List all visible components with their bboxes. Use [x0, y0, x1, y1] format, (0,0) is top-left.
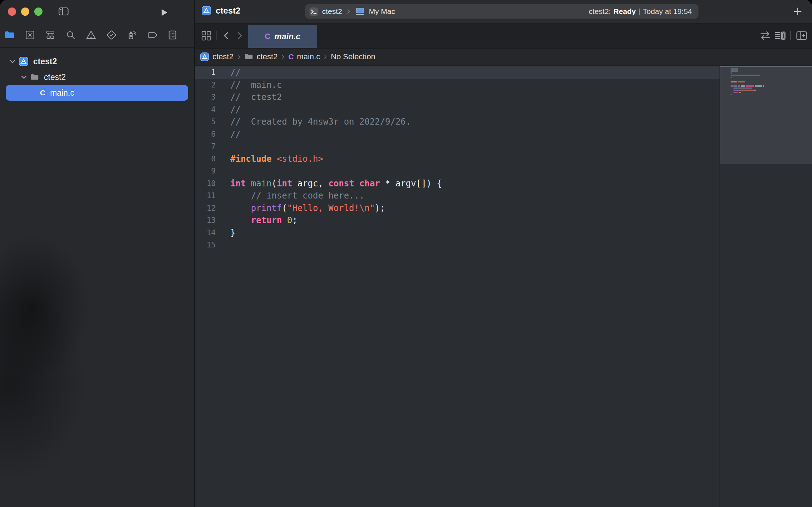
token-comment: //	[230, 67, 241, 77]
minimap-current-line-bar	[720, 66, 812, 67]
close-button[interactable]	[8, 7, 16, 16]
token-keyword: return	[251, 215, 282, 225]
jumpbar-item-3[interactable]: Cmain.c	[288, 52, 320, 61]
token-plain	[354, 179, 359, 189]
jumpbar-item-4[interactable]: No Selection	[331, 52, 375, 61]
code-review-button[interactable]	[758, 29, 772, 42]
minimap-line-segment	[741, 85, 745, 87]
code-text: //	[216, 128, 241, 141]
tab-main-c[interactable]: C main.c	[248, 25, 317, 48]
token-comment: //	[230, 105, 241, 115]
token-keyword: const	[329, 179, 354, 189]
minimap[interactable]	[720, 66, 812, 507]
line-number: 7	[195, 140, 216, 153]
jumpbar-label: No Selection	[331, 52, 375, 61]
token-comment: // Created by 4nsw3r on 2022/9/26.	[230, 117, 411, 127]
c-file-icon: C	[40, 89, 45, 97]
minimap-line-segment	[731, 75, 760, 76]
minimize-button[interactable]	[21, 7, 29, 16]
report-navigator-icon[interactable]	[166, 29, 179, 41]
window-title-group: ctest2	[201, 6, 240, 16]
issue-navigator-icon[interactable]	[85, 29, 97, 41]
zoom-button[interactable]	[34, 7, 42, 16]
chevron-right-icon	[236, 54, 242, 60]
token-string: "Hello, World!\n"	[287, 203, 375, 213]
jumpbar-item-2[interactable]: ctest2	[244, 52, 278, 61]
laptop-icon	[355, 6, 365, 17]
tree-row-label: ctest2	[33, 57, 57, 66]
chevron-down-icon[interactable]	[8, 57, 17, 66]
token-comment: // insert code here...	[230, 191, 365, 201]
code-text: #include <stdio.h>	[216, 153, 323, 165]
jumpbar-item-1[interactable]: ctest2	[200, 52, 234, 61]
window-title: ctest2	[216, 6, 240, 16]
navigator-icon-bar	[0, 23, 194, 48]
sidebar-toggle-icon[interactable]	[56, 6, 71, 17]
tree-row-label: ctest2	[44, 72, 66, 82]
forward-button[interactable]	[234, 30, 245, 41]
token-plain	[282, 215, 287, 225]
tab-label: main.c	[275, 32, 301, 41]
c-file-icon: C	[265, 32, 271, 41]
status-time: Today at 19:54	[643, 7, 692, 16]
back-button[interactable]	[221, 30, 232, 41]
jumpbar-label: main.c	[297, 52, 320, 61]
minimap-line-segment	[731, 70, 738, 72]
chevron-right-icon	[280, 54, 286, 60]
minimap-line-segment	[731, 81, 737, 82]
minimap-line-segment	[739, 90, 755, 91]
activity-status[interactable]: ctest2: Ready | Today at 19:54	[589, 7, 698, 16]
code-text: // ctest2	[216, 91, 282, 104]
code-text: //	[216, 66, 241, 79]
token-plain	[246, 179, 251, 189]
tab-overview-button[interactable]	[200, 30, 212, 42]
scheme-selector[interactable]: ctest2 My Mac	[305, 6, 395, 17]
add-editor-button[interactable]	[795, 29, 808, 42]
line-number: 12	[195, 202, 216, 215]
divider	[790, 31, 791, 40]
line-number: 6	[195, 128, 216, 141]
scheme-target[interactable]: ctest2	[322, 7, 342, 16]
status-divider: |	[638, 7, 640, 16]
token-decl: main	[251, 179, 272, 189]
scheme-destination[interactable]: My Mac	[369, 7, 395, 16]
line-number: 3	[195, 91, 216, 104]
chevron-down-icon[interactable]	[19, 72, 29, 82]
source-control-navigator-icon[interactable]	[24, 29, 36, 41]
project-navigator-icon[interactable]	[3, 29, 16, 41]
terminal-icon	[309, 7, 319, 16]
tree-row-main-c[interactable]: Cmain.c	[6, 85, 188, 101]
xcode-window: ctest2ctest2Cmain.c ctest2 ctest2 My Mac	[0, 0, 812, 507]
token-plain: );	[375, 203, 385, 213]
token-string: <stdio.h>	[277, 154, 323, 164]
find-navigator-icon[interactable]	[64, 29, 77, 41]
line-number: 2	[195, 79, 216, 91]
line-number: 8	[195, 153, 216, 165]
test-navigator-icon[interactable]	[105, 29, 118, 41]
token-number: 0	[287, 215, 292, 225]
token-plain	[230, 215, 251, 225]
minimap-line-segment	[738, 81, 745, 82]
code-editor[interactable]: 1//2// main.c3// ctest24//5// Created by…	[195, 66, 812, 507]
code-text: // insert code here...	[216, 190, 365, 202]
run-button[interactable]	[159, 7, 169, 18]
code-text: // Created by 4nsw3r on 2022/9/26.	[216, 116, 411, 128]
code-text: return 0;	[216, 214, 297, 227]
editor-options-button[interactable]	[773, 29, 787, 42]
editor-tab-bar: C main.c	[195, 24, 812, 49]
tree-row-ctest2[interactable]: ctest2	[6, 54, 188, 69]
token-comment: // main.c	[230, 80, 282, 90]
tree-row-ctest2[interactable]: ctest2	[6, 69, 188, 85]
code-text	[216, 165, 230, 177]
token-keyword: int	[277, 179, 292, 189]
jump-bar: ctest2ctest2Cmain.cNo Selection	[195, 49, 812, 66]
debug-navigator-icon[interactable]	[125, 29, 138, 41]
token-comment: // ctest2	[230, 92, 282, 102]
add-library-button[interactable]	[792, 6, 803, 17]
token-plain: (	[282, 203, 287, 213]
symbol-navigator-icon[interactable]	[44, 29, 57, 41]
token-comment: //	[230, 129, 241, 139]
chevron-right-icon	[322, 54, 328, 60]
breakpoint-navigator-icon[interactable]	[146, 29, 159, 41]
code-text: int main(int argc, const char * argv[]) …	[216, 177, 442, 190]
